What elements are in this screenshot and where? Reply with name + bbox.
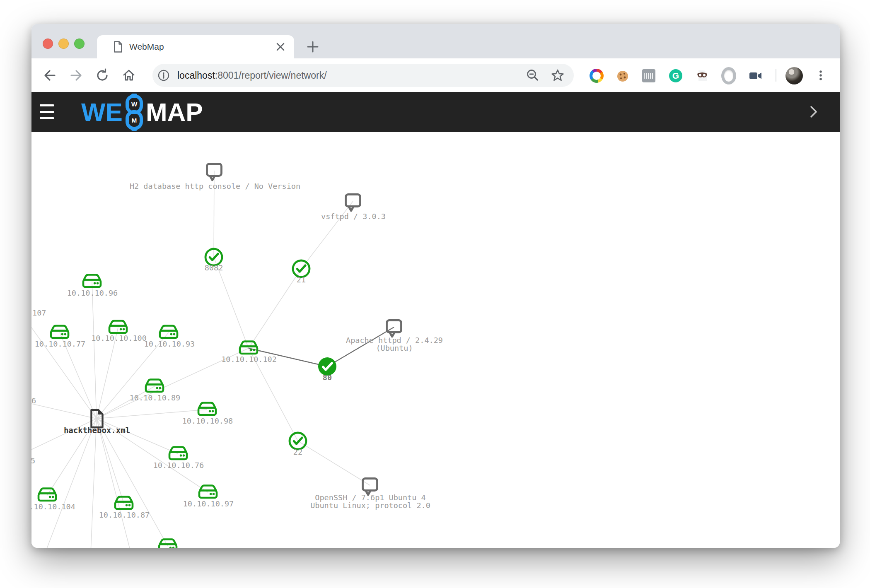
extension-automation-wheel-icon[interactable] [589, 68, 604, 83]
service-node-bubble-icon[interactable] [387, 321, 401, 337]
logo-map-text: MAP [146, 97, 203, 127]
host-node-server-icon[interactable] [160, 326, 177, 338]
svg-text:M: M [132, 117, 137, 124]
graph-edge [92, 282, 97, 419]
extension-tamper-chrome-icon[interactable] [641, 68, 656, 83]
webmap-logo: WE W M MAP [81, 92, 203, 132]
back-button[interactable] [43, 68, 57, 82]
graph-label: 10.10.10.77 [35, 340, 86, 348]
tab-strip: WebMap [31, 24, 840, 58]
reload-button[interactable] [95, 68, 109, 82]
hamburger-menu-icon[interactable] [40, 104, 54, 119]
extension-grammarly-icon[interactable]: G [668, 68, 683, 83]
service-node-bubble-icon[interactable] [363, 479, 377, 495]
extension-mask-icon[interactable] [695, 68, 710, 83]
graph-label: 21 [297, 275, 306, 284]
graph-label: 10.10.10.102 [221, 355, 277, 364]
extension-ring-icon[interactable] [721, 68, 736, 83]
svg-text:W: W [131, 101, 138, 108]
host-node-server-icon[interactable] [39, 489, 56, 501]
graph-label: 8082 [205, 263, 223, 272]
traffic-light-close[interactable] [43, 39, 53, 49]
network-graph[interactable]: 10.10.10.9610.10.10.7710.10.10.10010.10.… [31, 132, 840, 548]
graph-label: 10.10.10.87 [99, 511, 150, 519]
host-node-server-icon[interactable] [199, 486, 217, 498]
graph-edge [89, 419, 97, 548]
bookmark-star-icon[interactable] [551, 68, 565, 82]
traffic-light-zoom[interactable] [74, 39, 85, 49]
network-view: 10.10.10.9610.10.10.7710.10.10.10010.10.… [31, 132, 840, 548]
extension-camera-icon[interactable] [748, 68, 763, 83]
tab-close-icon[interactable] [276, 42, 285, 51]
graph-label: OpenSSH / 7.6p1 Ubuntu 4 [315, 493, 425, 502]
profile-avatar[interactable] [785, 67, 803, 84]
graph-label: 10.10.10.76 [153, 461, 204, 470]
graph-label: 6 [31, 396, 36, 405]
url-path: :8001/report/view/network/ [215, 70, 327, 81]
graph-label: Apache httpd / 2.4.29 [346, 336, 443, 345]
graph-label: 5 [31, 456, 35, 465]
traffic-light-minimize[interactable] [58, 39, 69, 49]
graph-label: hackthebox.xml [64, 426, 130, 435]
tab-title: WebMap [129, 42, 276, 52]
graph-label: 10.10.10.104 [31, 502, 75, 511]
tab-favicon-document-icon [114, 41, 123, 53]
url-text[interactable]: localhost:8001/report/view/network/ [177, 70, 526, 81]
webmap-header: WE W M MAP [31, 92, 840, 132]
zoom-out-icon[interactable] [526, 68, 540, 82]
host-node-server-icon[interactable] [51, 326, 68, 338]
port-node-check-icon[interactable] [293, 260, 309, 277]
home-button[interactable] [122, 68, 136, 82]
graph-label: 80 [323, 373, 332, 382]
graph-label: vsftpd / 3.0.3 [321, 212, 386, 221]
extension-cookie-icon[interactable] [615, 68, 630, 83]
port-node-check-icon[interactable] [290, 433, 306, 449]
graph-edge [298, 441, 370, 485]
graph-label: 107 [32, 308, 46, 317]
toolbar-separator [776, 69, 776, 82]
graph-label: 10.10.10.98 [182, 417, 233, 425]
graph-edge [97, 419, 168, 546]
browser-menu-kebab-icon[interactable] [814, 68, 828, 82]
graph-edge [301, 201, 353, 269]
graph-edge [249, 269, 301, 348]
graph-label: 22 [293, 448, 302, 456]
graph-label: 10.10.10.100 [91, 334, 147, 342]
site-info-icon[interactable] [157, 69, 170, 82]
graph-edge [40, 419, 97, 548]
host-node-server-icon[interactable] [169, 447, 187, 460]
desktop-background: WebMap [0, 0, 870, 588]
graph-label: Ubuntu Linux; protocol 2.0 [310, 501, 430, 510]
forward-button[interactable] [69, 68, 83, 82]
browser-toolbar: localhost:8001/report/view/network/ G [31, 58, 840, 92]
logo-goggles-icon: W M [123, 93, 145, 131]
graph-edge [97, 419, 178, 454]
host-node-server-icon[interactable] [109, 321, 127, 333]
url-host: localhost [177, 70, 215, 81]
new-tab-button[interactable] [306, 40, 320, 54]
address-bar[interactable]: localhost:8001/report/view/network/ [152, 64, 574, 87]
host-node-server-icon[interactable] [159, 540, 176, 548]
graph-label: (Ubuntu) [376, 344, 413, 352]
graph-label: 10.10.10.96 [67, 289, 118, 297]
header-chevron-right-icon[interactable] [809, 105, 818, 118]
graph-edge [31, 397, 97, 419]
browser-tab[interactable]: WebMap [97, 35, 294, 58]
graph-label: 10.10.10.97 [183, 499, 234, 508]
host-node-server-icon[interactable] [198, 403, 216, 415]
browser-window: WebMap [31, 24, 840, 548]
graph-label: H2 database http console / No Version [130, 182, 300, 190]
graph-label: 10.10.10.93 [144, 340, 195, 348]
graph-label: 10.10.10.89 [130, 393, 181, 402]
logo-we-text: WE [81, 97, 123, 127]
